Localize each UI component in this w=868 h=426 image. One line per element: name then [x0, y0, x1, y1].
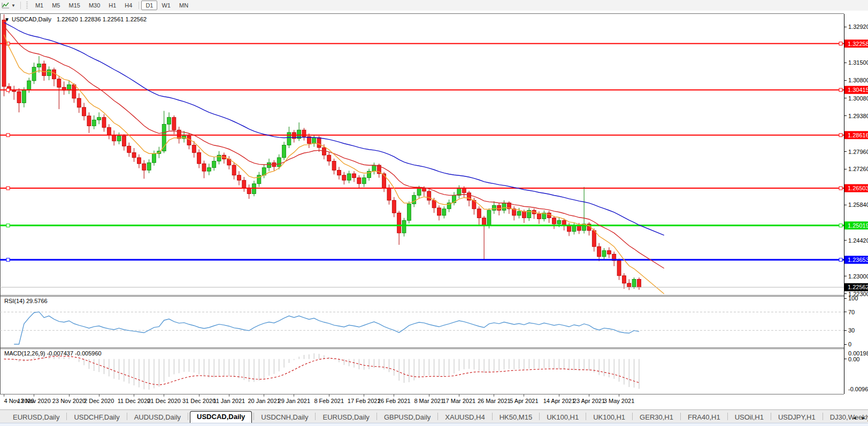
tab-hk50-m15[interactable]: HK50,M15 — [494, 412, 537, 423]
tab-separator — [254, 413, 254, 420]
svg-text:1.23000: 1.23000 — [848, 273, 868, 280]
date-tick-label: 3 May 2021 — [604, 398, 634, 404]
timeframe-button-m30[interactable]: M30 — [85, 1, 104, 10]
tab-separator — [771, 413, 771, 420]
svg-text:0: 0 — [848, 341, 851, 347]
top-toolbar: ▼ M1M5M15M30H1H4D1W1MN — [0, 0, 868, 11]
tab-scroll-right-icon[interactable]: ► — [861, 415, 866, 421]
svg-text:1.25019: 1.25019 — [848, 222, 868, 229]
svg-text:1.27960: 1.27960 — [848, 149, 868, 155]
hline-handle[interactable] — [6, 134, 10, 137]
hline-handle[interactable] — [839, 187, 842, 190]
tab-separator — [437, 413, 438, 420]
svg-text:1.30080: 1.30080 — [848, 95, 868, 102]
tab-separator — [632, 413, 633, 420]
timeframe-button-m15[interactable]: M15 — [64, 1, 84, 10]
timeframe-button-mn[interactable]: MN — [175, 1, 193, 10]
tab-usdchf-daily[interactable]: USDCHF,Daily — [68, 412, 125, 423]
date-tick-label: 2 Dec 2020 — [84, 398, 114, 404]
svg-text:0.00: 0.00 — [848, 356, 859, 362]
tab-separator — [127, 413, 127, 420]
chart-canvas[interactable]: 1.329201.315001.308001.300801.293801.279… — [0, 11, 868, 409]
taskbar-edge-strip — [0, 423, 868, 426]
svg-text:70: 70 — [848, 309, 855, 315]
tab-audusd-daily[interactable]: AUDUSD,Daily — [129, 412, 186, 423]
svg-text:1.29380: 1.29380 — [848, 113, 868, 119]
date-tick-label: 31 Dec 2020 — [182, 398, 216, 404]
toolbar-grip-handle[interactable] — [26, 2, 28, 9]
chart-title-ohlc: 1.22620 1.22836 1.22561 1.22562 — [57, 16, 147, 22]
tab-separator — [66, 413, 67, 420]
timeframe-button-m5[interactable]: M5 — [48, 1, 64, 10]
svg-text:30: 30 — [848, 327, 855, 334]
timeframe-button-h1[interactable]: H1 — [104, 1, 120, 10]
tab-eurusd-daily[interactable]: EURUSD,Daily — [7, 412, 65, 423]
date-tick-label: 11 Dec 2020 — [118, 398, 151, 404]
date-tick-label: 21 Dec 2020 — [148, 398, 181, 404]
tab-gbpusd-daily[interactable]: GBPUSD,Daily — [379, 412, 436, 423]
tab-ger30-h1[interactable]: GER30,H1 — [634, 412, 679, 423]
tab-separator — [539, 413, 540, 420]
tab-uk100-h1[interactable]: UK100,H1 — [588, 412, 631, 423]
svg-text:1.27260: 1.27260 — [848, 166, 868, 172]
tab-eurusd-daily[interactable]: EURUSD,Daily — [317, 412, 374, 423]
svg-text:100: 100 — [848, 295, 858, 301]
svg-text:1.30800: 1.30800 — [848, 77, 868, 83]
tab-usoil-h1[interactable]: USOil,H1 — [729, 412, 769, 423]
hline-handle[interactable] — [839, 42, 842, 45]
rsi-label: RSI(14) 29.5766 — [4, 298, 48, 304]
chart-title-symbol: USDCAD,Daily — [12, 16, 51, 22]
date-tick-label: 11 Jan 2021 — [213, 398, 245, 404]
svg-text:1.32920: 1.32920 — [848, 24, 868, 30]
tab-usdcnh-daily[interactable]: USDCNH,Daily — [256, 412, 313, 423]
tab-xauusd-h4[interactable]: XAUUSD,H4 — [440, 412, 490, 423]
timeframe-button-m1[interactable]: M1 — [31, 1, 48, 10]
toolbar-separator — [20, 2, 21, 9]
hline-handle[interactable] — [6, 88, 10, 91]
hline-handle[interactable] — [839, 224, 842, 227]
svg-text:1.22562: 1.22562 — [848, 284, 868, 290]
hline-handle[interactable] — [839, 134, 842, 137]
tab-separator — [823, 413, 823, 420]
date-tick-label: 17 Feb 2021 — [348, 398, 381, 404]
svg-text:1.32258: 1.32258 — [848, 41, 868, 47]
hline-handle[interactable] — [6, 258, 10, 261]
svg-text:1.25840: 1.25840 — [848, 202, 868, 208]
timeframe-button-h4[interactable]: H4 — [120, 1, 136, 10]
tab-separator — [315, 413, 316, 420]
tab-separator — [188, 413, 188, 420]
symbol-dropdown-icon[interactable]: ▼ — [4, 17, 10, 22]
hline-handle[interactable] — [839, 88, 842, 91]
tab-usdjpy-h1[interactable]: USDJPY,H1 — [773, 412, 821, 423]
chart-line-icon — [2, 2, 10, 9]
date-tick-label: 23 Nov 2020 — [52, 398, 86, 404]
date-tick-label: 26 Feb 2021 — [378, 398, 411, 404]
date-tick-label: 26 Mar 2021 — [478, 398, 511, 404]
chevron-down-icon[interactable]: ▼ — [11, 3, 16, 8]
tab-separator — [586, 413, 586, 420]
date-tick-label: 29 Jan 2021 — [278, 398, 311, 404]
timeframe-button-d1[interactable]: D1 — [141, 1, 157, 10]
tab-separator — [377, 413, 377, 420]
hline-handle[interactable] — [6, 224, 10, 227]
svg-text:-0.009659: -0.009659 — [848, 386, 868, 392]
svg-text:1.31500: 1.31500 — [848, 59, 868, 66]
chart-window[interactable]: 1.329201.315001.308001.300801.293801.279… — [0, 11, 868, 409]
tab-scroll-left-icon[interactable]: ◄ — [852, 415, 857, 421]
date-tick-label: 20 Jan 2021 — [248, 398, 280, 404]
date-tick-label: 23 Apr 2021 — [573, 398, 605, 404]
svg-text:1.30415: 1.30415 — [848, 87, 868, 93]
timeframe-button-w1[interactable]: W1 — [157, 1, 175, 10]
hline-handle[interactable] — [839, 258, 842, 261]
tab-separator — [680, 413, 681, 420]
tab-usdcad-daily[interactable]: USDCAD,Daily — [190, 411, 252, 423]
charts-toolbar-button[interactable]: ▼ — [0, 2, 17, 9]
chart-tab-bar: EURUSD,DailyUSDCHF,DailyAUDUSD,DailyUSDC… — [0, 409, 868, 423]
tab-uk100-h1[interactable]: UK100,H1 — [541, 412, 584, 423]
date-tick-label: 8 Mar 2021 — [414, 398, 444, 404]
svg-text:1.24420: 1.24420 — [848, 237, 868, 244]
date-tick-label: 13 Nov 2020 — [17, 398, 50, 404]
tab-fra40-h1[interactable]: FRA40,H1 — [682, 412, 726, 423]
hline-handle[interactable] — [6, 187, 10, 190]
date-tick-label: 17 Mar 2021 — [442, 398, 475, 404]
